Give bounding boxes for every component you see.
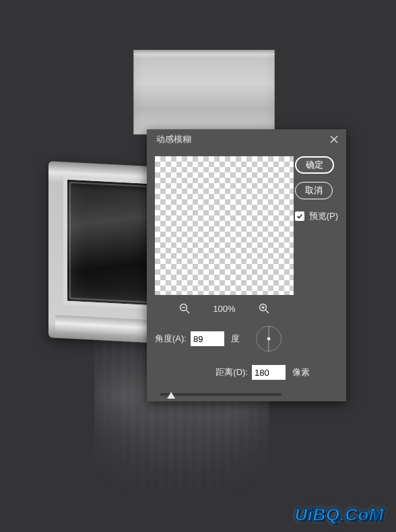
zoom-in-icon[interactable]	[259, 303, 269, 314]
svg-line-4	[265, 310, 269, 314]
angle-unit: 度	[231, 333, 240, 345]
distance-slider[interactable]	[160, 393, 282, 396]
stainless-panel	[133, 50, 275, 135]
dialog-titlebar: 动感模糊	[147, 129, 346, 149]
dialog-body: 确定 取消 预览(P) 100% 角	[147, 149, 346, 404]
distance-unit: 像素	[292, 366, 310, 378]
checkbox-box	[295, 211, 304, 221]
dialog-side-column: 确定 取消 预览(P)	[295, 156, 338, 222]
preview-checkbox-label: 预览(P)	[309, 210, 338, 222]
angle-dial-center	[267, 337, 270, 341]
angle-dial[interactable]	[256, 326, 282, 352]
zoom-value: 100%	[213, 304, 235, 314]
distance-slider-thumb[interactable]	[167, 392, 175, 399]
ok-button[interactable]: 确定	[295, 156, 334, 174]
svg-line-1	[187, 310, 190, 314]
preview-checkbox[interactable]: 预览(P)	[295, 210, 338, 222]
close-icon	[330, 135, 338, 143]
distance-row: 距离(D): 像素	[155, 365, 310, 380]
zoom-controls: 100%	[155, 303, 294, 314]
distance-input[interactable]	[252, 365, 286, 380]
dialog-title: 动感模糊	[156, 133, 191, 145]
angle-input[interactable]	[191, 331, 224, 346]
transparency-checker	[155, 156, 294, 295]
watermark-text: UiBQ.CoM	[294, 504, 384, 525]
angle-label: 角度(A):	[155, 333, 187, 345]
angle-row: 角度(A): 度	[155, 326, 338, 352]
motion-blur-dialog: 动感模糊 确定 取消 预览(P) 100%	[147, 129, 346, 401]
zoom-out-icon[interactable]	[179, 303, 190, 314]
close-button[interactable]	[327, 133, 341, 146]
distance-label: 距离(D):	[216, 366, 248, 378]
cancel-button[interactable]: 取消	[295, 182, 333, 199]
preview-area[interactable]	[155, 156, 294, 295]
check-icon	[296, 213, 303, 220]
